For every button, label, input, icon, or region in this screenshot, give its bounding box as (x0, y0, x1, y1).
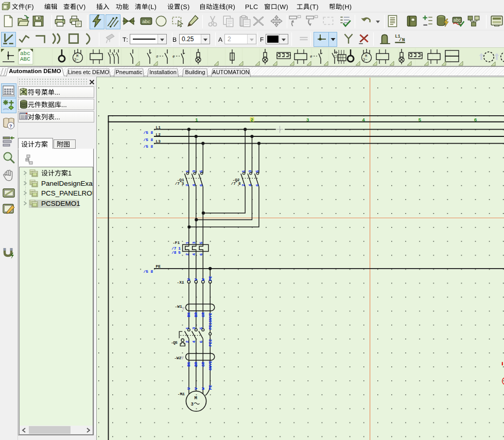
svg-text:1: 1 (185, 327, 189, 329)
svg-text:5: 5 (255, 170, 259, 172)
svg-text:PE2: PE2 (208, 339, 213, 346)
svg-text:5: 5 (418, 117, 421, 123)
svg-text:2: 2 (185, 184, 189, 186)
svg-text:3: 3 (191, 402, 194, 407)
svg-text:6: 6 (199, 253, 203, 256)
svg-text:6: 6 (199, 184, 203, 186)
svg-text:3: 3 (193, 170, 197, 172)
svg-text:abc: abc (142, 19, 150, 24)
svg-text:V: V (194, 387, 198, 390)
svg-text:4: 4 (248, 184, 252, 186)
svg-text:1: 1 (195, 117, 198, 123)
svg-text:BK: BK (187, 312, 191, 318)
svg-text:PE: PE (208, 276, 213, 281)
svg-text:6: 6 (474, 117, 477, 123)
svg-text:L1: L1 (156, 126, 161, 130)
svg-text:3: 3 (193, 327, 197, 329)
svg-text:3~: 3~ (363, 58, 367, 62)
svg-text:GR: GR (201, 362, 205, 367)
svg-text:GR: GR (201, 312, 205, 318)
svg-text:-X1: -X1 (177, 280, 184, 285)
svg-text:6: 6 (199, 341, 203, 343)
svg-text:3: 3 (248, 170, 252, 172)
svg-text:-M1: -M1 (178, 392, 185, 396)
svg-text:?: ? (9, 124, 12, 129)
svg-text:BR: BR (194, 362, 198, 367)
svg-text:1: 1 (178, 247, 181, 251)
svg-text:4: 4 (362, 117, 365, 123)
svg-text:4: 4 (193, 253, 197, 256)
svg-text:5: 5 (199, 170, 203, 172)
svg-text:PE: PE (156, 265, 161, 269)
svg-text:4: 4 (193, 184, 197, 186)
svg-text:PE1GNYE: PE1GNYE (208, 313, 213, 330)
svg-text:4: 4 (193, 341, 197, 343)
svg-text:U: U (187, 278, 191, 281)
svg-text:3: 3 (306, 117, 309, 123)
svg-text:2: 2 (185, 253, 189, 256)
svg-text:V: V (194, 278, 198, 281)
svg-text:/7: /7 (231, 182, 236, 186)
svg-text:6: 6 (255, 184, 259, 186)
svg-text:5: 5 (178, 251, 181, 255)
svg-text:L3: L3 (156, 139, 161, 144)
svg-text:BR: BR (194, 312, 198, 318)
svg-text:/8: /8 (171, 251, 177, 255)
svg-text:e: e (172, 55, 175, 59)
svg-text:-W2: -W2 (174, 356, 181, 360)
svg-text:/5 8: /5 8 (144, 145, 153, 149)
svg-text:/5 8: /5 8 (144, 131, 153, 135)
svg-text:/7: /7 (175, 182, 180, 186)
svg-text:W: W (201, 387, 205, 390)
svg-text:5: 5 (199, 241, 203, 244)
svg-text:c: c (156, 55, 158, 59)
svg-text:-QS: -QS (171, 341, 178, 345)
svg-text:3: 3 (193, 241, 197, 244)
svg-text:1: 1 (185, 241, 189, 244)
svg-text:/7: /7 (171, 247, 177, 251)
svg-text:BK: BK (187, 362, 191, 367)
svg-text:-F1: -F1 (172, 241, 180, 245)
svg-text:PE: PE (208, 385, 213, 390)
svg-text:/5 8: /5 8 (144, 138, 153, 142)
svg-text:abc: abc (454, 17, 461, 23)
svg-text:3~: 3~ (74, 58, 78, 62)
svg-text:3: 3 (182, 182, 184, 186)
svg-text:2: 2 (185, 341, 189, 343)
svg-text:M: M (195, 396, 197, 401)
svg-text:GNYE: GNYE (208, 361, 213, 371)
svg-text:L2: L2 (156, 133, 161, 137)
svg-text:U: U (187, 387, 191, 390)
svg-text:8: 8 (238, 182, 241, 186)
svg-text:W: W (201, 278, 205, 281)
svg-text:5: 5 (199, 327, 203, 329)
svg-text:ABC: ABC (20, 56, 30, 62)
svg-text:1: 1 (185, 170, 189, 172)
svg-text:2: 2 (251, 117, 254, 123)
svg-text:e: e (310, 55, 312, 59)
svg-text:/5 8: /5 8 (144, 270, 153, 274)
svg-text:1: 1 (241, 170, 246, 172)
svg-text:2: 2 (241, 184, 246, 186)
svg-text:-W1: -W1 (175, 305, 182, 309)
